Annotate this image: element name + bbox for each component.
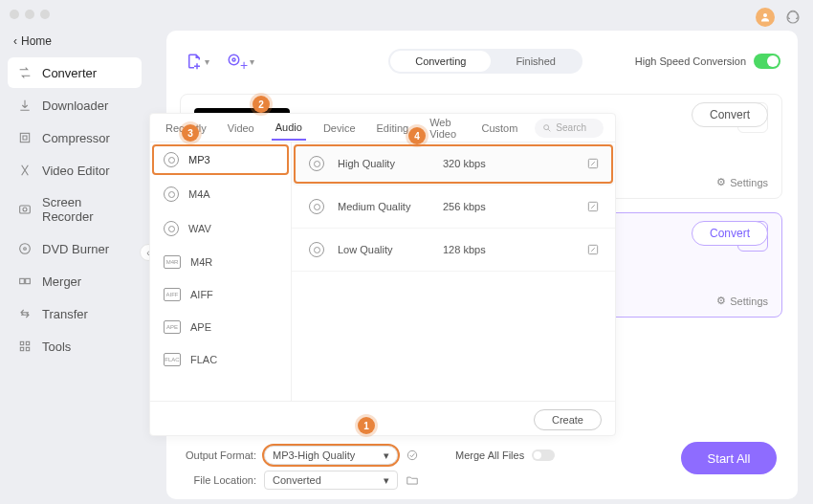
open-folder-icon[interactable]	[406, 473, 419, 487]
step-badge-2: 2	[253, 96, 270, 113]
tab-web-video[interactable]: Web Video	[426, 111, 464, 145]
disc-icon	[309, 156, 324, 171]
svg-rect-2	[20, 133, 29, 142]
download-icon	[17, 98, 33, 113]
tab-converting[interactable]: Converting	[390, 51, 491, 72]
merger-icon	[17, 274, 33, 289]
chevron-left-icon: ‹	[13, 34, 17, 48]
file-location-select[interactable]: Converted ▾	[264, 471, 398, 490]
convert-button[interactable]: Convert	[692, 102, 768, 127]
sidebar-item-downloader[interactable]: Downloader	[8, 90, 142, 121]
dvd-icon	[17, 241, 33, 256]
format-item-wav[interactable]: WAV	[150, 211, 291, 246]
convert-icon	[17, 65, 33, 80]
format-item-aiff[interactable]: AIFF AIFF	[150, 278, 291, 311]
output-format-select[interactable]: MP3-High Quality ▾	[264, 446, 398, 465]
tab-custom[interactable]: Custom	[477, 117, 521, 140]
sidebar-item-label: Compressor	[42, 131, 110, 145]
editor-icon	[17, 163, 33, 178]
step-badge-4: 4	[408, 127, 426, 144]
quality-item-low[interactable]: Low Quality 128 kbps	[292, 229, 615, 272]
transfer-icon	[17, 306, 33, 321]
avatar[interactable]	[756, 8, 775, 27]
step-badge-3: 3	[182, 124, 199, 142]
quality-item-high[interactable]: High Quality 320 kbps	[292, 142, 615, 186]
tools-icon	[17, 339, 33, 354]
sidebar-item-merger[interactable]: Merger	[8, 266, 142, 296]
sidebar-item-label: Video Editor	[42, 164, 110, 178]
add-file-button[interactable]: ▾	[186, 53, 209, 70]
gear-icon: ⚙	[716, 176, 726, 188]
file-location-label: File Location:	[180, 474, 256, 486]
home-label: Home	[21, 34, 52, 48]
settings-link[interactable]: ⚙ Settings	[716, 295, 768, 307]
sidebar-item-converter[interactable]: Converter	[8, 57, 142, 88]
recorder-icon	[17, 202, 33, 217]
sidebar-item-compressor[interactable]: Compressor	[8, 122, 142, 153]
disc-icon	[164, 221, 179, 236]
file-icon: APE	[164, 320, 181, 334]
step-badge-1: 1	[358, 417, 375, 434]
format-dropdown: Recently Video Audio Device Editing Web …	[149, 113, 616, 436]
sidebar-item-tools[interactable]: Tools	[8, 331, 142, 362]
format-item-m4a[interactable]: M4A	[150, 177, 291, 211]
search-icon	[542, 123, 552, 133]
format-list: MP3 M4A WAV M4R M4R AIFF AIFF APE APE	[150, 142, 292, 401]
output-format-label: Output Format:	[180, 449, 256, 461]
tab-finished[interactable]: Finished	[491, 51, 581, 72]
sidebar-item-label: DVD Burner	[42, 242, 109, 256]
file-icon: AIFF	[164, 288, 181, 301]
sidebar-item-label: Transfer	[42, 307, 88, 321]
sidebar-item-dvd-burner[interactable]: DVD Burner	[8, 233, 142, 264]
sidebar-item-label: Converter	[42, 66, 97, 80]
format-item-m4r[interactable]: M4R M4R	[150, 246, 291, 278]
svg-point-6	[24, 248, 27, 251]
settings-link[interactable]: ⚙ Settings	[716, 176, 768, 188]
support-icon[interactable]	[784, 9, 802, 26]
format-item-flac[interactable]: FLAC FLAC	[150, 343, 291, 376]
sidebar-item-video-editor[interactable]: Video Editor	[8, 155, 142, 186]
output-apply-all-icon[interactable]	[406, 449, 419, 462]
svg-point-18	[544, 124, 549, 129]
sidebar: ‹ Home Converter Downloader Compressor V…	[0, 0, 149, 504]
edit-quality-icon[interactable]	[586, 200, 600, 213]
disc-icon	[164, 152, 179, 167]
sidebar-item-label: Screen Recorder	[42, 195, 132, 224]
chevron-down-icon: ▾	[384, 449, 389, 462]
chevron-down-icon: ▾	[205, 56, 209, 67]
svg-point-5	[20, 244, 31, 254]
format-search-input[interactable]: Search	[535, 119, 604, 138]
convert-button[interactable]: Convert	[692, 221, 768, 246]
svg-point-17	[407, 450, 416, 459]
tab-editing[interactable]: Editing	[373, 117, 413, 140]
merge-toggle[interactable]	[532, 449, 555, 461]
edit-quality-icon[interactable]	[586, 157, 600, 170]
tab-device[interactable]: Device	[319, 117, 360, 140]
high-speed-toggle[interactable]	[754, 54, 780, 69]
chevron-down-icon: ▾	[250, 56, 254, 67]
svg-rect-10	[26, 341, 29, 344]
edit-quality-icon[interactable]	[586, 243, 600, 256]
quality-list: High Quality 320 kbps Medium Quality 256…	[292, 142, 615, 401]
create-button[interactable]: Create	[534, 409, 602, 430]
file-icon: FLAC	[164, 353, 181, 366]
sidebar-item-transfer[interactable]: Transfer	[8, 298, 142, 329]
sidebar-item-label: Tools	[42, 340, 71, 354]
tab-audio[interactable]: Audio	[272, 116, 306, 141]
format-item-ape[interactable]: APE APE	[150, 311, 291, 343]
tab-video[interactable]: Video	[224, 117, 258, 140]
format-item-mp3[interactable]: MP3	[150, 142, 291, 177]
start-all-button[interactable]: Start All	[681, 442, 777, 474]
add-disc-button[interactable]: + ▾	[227, 50, 254, 73]
disc-icon	[309, 242, 324, 257]
sidebar-item-screen-recorder[interactable]: Screen Recorder	[8, 187, 142, 231]
svg-rect-12	[26, 347, 29, 350]
home-link[interactable]: ‹ Home	[0, 29, 149, 54]
sidebar-item-label: Downloader	[42, 99, 108, 113]
file-icon: M4R	[164, 255, 181, 269]
svg-rect-7	[20, 278, 25, 283]
svg-point-0	[763, 13, 767, 17]
disc-icon	[164, 186, 179, 202]
svg-point-14	[232, 58, 235, 61]
quality-item-medium[interactable]: Medium Quality 256 kbps	[292, 186, 615, 229]
